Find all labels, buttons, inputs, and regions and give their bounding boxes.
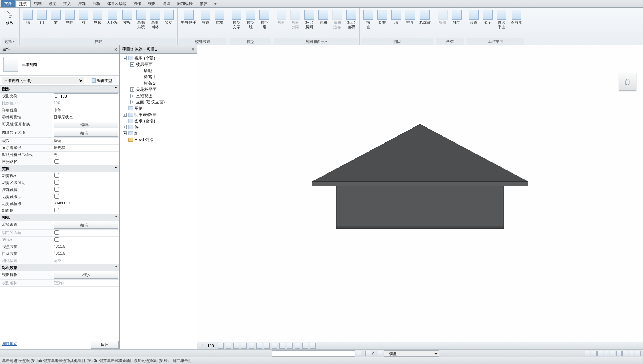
prop-value[interactable]: 304800.0 — [52, 200, 119, 207]
shadows-icon[interactable] — [241, 343, 247, 349]
prop-checkbox[interactable] — [54, 180, 59, 185]
prop-value[interactable] — [52, 172, 119, 179]
tree-expand-icon[interactable]: + — [123, 113, 127, 117]
tree-node[interactable]: +三维视图 — [121, 93, 196, 99]
tree-node[interactable]: 场地 — [121, 68, 196, 74]
ribbon-btn-查看器[interactable]: 查看器 — [509, 8, 524, 38]
type-search-input[interactable] — [272, 350, 355, 357]
prop-section-extent[interactable]: 范围⌃ — [0, 165, 119, 172]
select-pinned-icon[interactable] — [616, 351, 622, 356]
ribbon-btn-窗[interactable]: 窗 — [49, 8, 63, 38]
workset-selector[interactable]: 主模型 — [384, 350, 439, 357]
ribbon-btn-轴网[interactable]: 轴网 — [450, 8, 464, 38]
tree-node[interactable]: +立面 (建筑立面) — [121, 99, 196, 105]
select-panel-label[interactable]: 选择 — [1, 38, 18, 45]
ribbon-btn-模型线[interactable]: 模型 线 — [243, 8, 257, 38]
prop-value[interactable]: 调整 — [52, 257, 119, 264]
filter-icon[interactable] — [635, 351, 641, 356]
prop-section-identity[interactable]: 标识数据⌃ — [0, 264, 119, 271]
sync-icon[interactable] — [585, 351, 590, 356]
help-dropdown-icon[interactable]: ⏷ — [214, 2, 217, 6]
menu-tab-结构[interactable]: 结构 — [31, 0, 45, 7]
ribbon-btn-面积[interactable]: 面积 — [316, 8, 330, 38]
tree-expand-icon[interactable]: + — [123, 125, 127, 129]
menu-tab-修改[interactable]: 修改 — [196, 0, 211, 7]
crop-view-icon[interactable] — [256, 343, 262, 349]
ribbon-btn-墙[interactable]: 墙 — [21, 8, 35, 38]
ribbon-btn-楼板[interactable]: 楼板 — [120, 8, 134, 38]
prop-value[interactable]: 按规程 — [52, 145, 119, 151]
prop-value[interactable]: 4311.5 — [52, 250, 119, 257]
prop-checkbox[interactable] — [54, 194, 59, 199]
prop-value[interactable]: 无 — [52, 152, 119, 158]
ribbon-btn-柱[interactable]: 柱 — [77, 8, 91, 38]
apply-button[interactable]: 应用 — [91, 341, 119, 349]
prop-value[interactable] — [52, 93, 119, 100]
tree-expand-icon[interactable]: + — [130, 100, 134, 104]
type-selector[interactable]: 三维视图 — [0, 54, 119, 76]
ribbon-btn-栏杆扶手[interactable]: 栏杆扶手 — [179, 8, 199, 38]
ribbon-btn-墙[interactable]: 墙 — [389, 8, 403, 38]
prop-value[interactable]: 编辑... — [52, 129, 119, 137]
prop-value[interactable] — [52, 179, 119, 186]
prop-value[interactable]: 4311.5 — [52, 243, 119, 250]
zero-icon[interactable] — [365, 351, 371, 356]
constraints-icon[interactable] — [310, 343, 316, 349]
ribbon-btn-模型组[interactable]: 模型 组 — [257, 8, 271, 38]
ribbon-btn-按面[interactable]: 按 面 — [361, 8, 375, 38]
menu-tab-插入[interactable]: 插入 — [60, 0, 75, 7]
instance-selector[interactable]: 三维视图: {三维} — [2, 77, 84, 84]
ribbon-btn-幕墙网格[interactable]: 幕墙 网格 — [148, 8, 162, 38]
ribbon-btn-屋顶[interactable]: 屋顶 — [91, 8, 104, 38]
worksharing-icon[interactable] — [302, 343, 308, 349]
select-links-icon[interactable] — [604, 351, 609, 356]
reveal-hidden-icon[interactable] — [287, 343, 293, 349]
prop-value[interactable]: 协调 — [52, 138, 119, 144]
ribbon-btn-楼梯[interactable]: 楼梯 — [212, 8, 226, 38]
ribbon-btn-坡道[interactable]: 坡道 — [199, 8, 212, 38]
menu-tab-建筑[interactable]: 建筑 — [15, 0, 31, 7]
ribbon-btn-显示[interactable]: 显示 — [481, 8, 495, 38]
prop-checkbox[interactable] — [54, 187, 59, 192]
tree-node[interactable]: 标高 2 — [121, 80, 196, 86]
tree-expand-icon[interactable]: − — [130, 62, 134, 67]
prop-value[interactable] — [52, 186, 119, 193]
ribbon-btn-标记房间[interactable]: 标记 房间 — [302, 8, 316, 38]
tree-node[interactable]: +组 — [121, 130, 196, 137]
edit-type-button[interactable]: 编辑类型 — [86, 77, 117, 84]
menu-tab-视图[interactable]: 视图 — [145, 0, 159, 7]
prop-value[interactable]: 编辑... — [52, 121, 119, 129]
prop-value[interactable]: 显示原状态 — [52, 114, 119, 121]
ribbon-group-label[interactable]: 房间和面积 — [274, 38, 358, 45]
ribbon-btn-门[interactable]: 门 — [35, 8, 49, 38]
prop-section-camera[interactable]: 相机⌃ — [0, 214, 119, 221]
prop-section-graphics[interactable]: 图形⌃ — [0, 86, 119, 93]
menu-tab-附加模块[interactable]: 附加模块 — [174, 0, 196, 7]
prop-value[interactable] — [52, 158, 119, 165]
design-options-icon[interactable] — [591, 351, 597, 356]
prop-value[interactable]: 100 — [52, 100, 119, 107]
crop-region-icon[interactable] — [264, 343, 270, 349]
prop-input[interactable] — [54, 93, 118, 99]
rendering-icon[interactable] — [249, 343, 254, 349]
prop-edit-button[interactable]: 编辑... — [54, 122, 118, 128]
prop-edit-button[interactable]: 编辑... — [54, 130, 118, 137]
menu-tab-分析[interactable]: 分析 — [89, 0, 104, 7]
prop-edit-button[interactable]: <无> — [54, 272, 118, 279]
prop-value[interactable] — [52, 207, 119, 214]
prop-checkbox[interactable] — [54, 173, 59, 178]
tree-expand-icon[interactable]: + — [130, 94, 134, 98]
tree-node[interactable]: +族 — [121, 124, 196, 130]
project-browser-tree[interactable]: −视图 (全部)−楼层平面场地标高 1标高 2+天花板平面+三维视图+立面 (建… — [120, 54, 197, 349]
model-view[interactable] — [197, 45, 643, 349]
prop-value[interactable]: 中等 — [52, 107, 119, 114]
tree-expand-icon[interactable]: + — [130, 87, 134, 92]
detail-level-icon[interactable] — [218, 343, 224, 349]
link-icon[interactable] — [597, 351, 603, 356]
menu-tab-协作[interactable]: 协作 — [130, 0, 145, 7]
tree-node[interactable]: +天花板平面 — [121, 86, 196, 93]
tree-node[interactable]: 标高 1 — [121, 74, 196, 80]
ribbon-btn-参照平面[interactable]: 参照 平面 — [495, 8, 509, 38]
tree-node[interactable]: 图纸 (全部) — [121, 118, 196, 124]
tree-node[interactable]: +明细表/数量 — [121, 111, 196, 118]
